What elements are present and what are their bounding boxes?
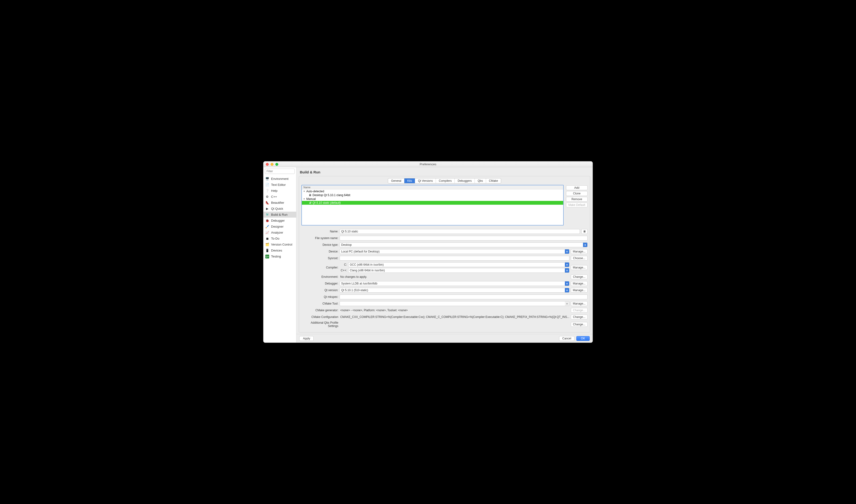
sidebar-item-label: Devices — [271, 249, 282, 252]
qt-version-select[interactable]: Qt 5.10.1 (510-static) — [340, 288, 569, 293]
filter-input[interactable] — [265, 169, 295, 174]
kit-form: Name: Qt 5.10 static 🖥 File system name:… — [299, 226, 590, 332]
qtquick-icon: ▶ — [265, 207, 269, 211]
device-type-select[interactable]: Desktop — [340, 242, 588, 247]
cmake-tool-select[interactable] — [340, 301, 569, 306]
sidebar-item-designer[interactable]: 🖌️Designer — [264, 223, 296, 230]
sidebar-item-build-run[interactable]: ⚒Build & Run — [264, 212, 296, 218]
tree-group-manual[interactable]: ▼ Manual — [302, 197, 563, 201]
tree-label: Qt 5.10 static (default) — [313, 201, 341, 204]
window-controls — [266, 163, 278, 166]
name-label: Name: — [301, 230, 340, 233]
filter-wrap — [264, 167, 296, 175]
sidebar-item-label: Build & Run — [271, 213, 288, 216]
cpp-icon: ⚙ — [265, 195, 269, 199]
tab-kits[interactable]: Kits — [404, 178, 415, 183]
sidebar-item-todo[interactable]: ◼To-Do — [264, 235, 296, 241]
clone-button[interactable]: Clone — [566, 191, 588, 196]
debugger-manage-button[interactable]: Manage... — [571, 281, 588, 286]
tree-item-manual-kit[interactable]: 🖥 Qt 5.10 static (default) — [302, 201, 563, 205]
qbs-change-button[interactable]: Change... — [571, 322, 588, 327]
help-icon: ❔ — [265, 189, 269, 193]
tree-label: Desktop Qt 5.10.1 clang 64bit — [313, 194, 350, 197]
cmake-tool-manage-button[interactable]: Manage... — [571, 301, 588, 306]
tab-qt-versions[interactable]: Qt Versions — [415, 178, 436, 183]
tree-group-autodetected[interactable]: ▼ Auto-detected — [302, 190, 563, 193]
sidebar-item-qtquick[interactable]: ▶Qt Quick — [264, 206, 296, 212]
sidebar-item-label: Qt Quick — [271, 207, 283, 211]
sidebar-item-label: Analyzer — [271, 231, 283, 234]
tab-debuggers[interactable]: Debuggers — [455, 178, 475, 183]
sidebar-item-label: C++ — [271, 195, 277, 198]
sidebar-item-label: Debugger — [271, 219, 285, 222]
compiler-group: C: GCC (x86 64bit in /usr/bin) C++: Clan… — [340, 262, 569, 273]
close-icon[interactable] — [266, 163, 269, 166]
sidebar-item-testing[interactable]: QATesting — [264, 253, 296, 259]
tree-label: Auto-detected — [306, 190, 324, 193]
zoom-icon[interactable] — [275, 163, 278, 166]
sidebar-item-cpp[interactable]: ⚙C++ — [264, 194, 296, 200]
sidebar-item-environment[interactable]: 🖥️Environment — [264, 176, 296, 182]
sidebar-item-label: Help — [271, 189, 278, 193]
chevron-updown-icon — [583, 243, 587, 247]
tab-segment: General Kits Qt Versions Compilers Debug… — [388, 178, 501, 183]
monitor-icon: 🖥️ — [265, 177, 269, 181]
tree-item-autodetected-kit[interactable]: 🖥 Desktop Qt 5.10.1 clang 64bit — [302, 193, 563, 197]
debugger-select[interactable]: System LLDB at /usr/bin/lldb — [340, 281, 569, 286]
name-field[interactable]: Qt 5.10 static — [340, 229, 580, 234]
document-icon: 📄 — [265, 183, 269, 187]
sidebar-item-help[interactable]: ❔Help — [264, 188, 296, 194]
sidebar-item-version-control[interactable]: 🗂️Version Control — [264, 241, 296, 248]
qt-version-label: Qt version: — [301, 289, 340, 292]
minimize-icon[interactable] — [271, 163, 273, 166]
tab-cmake[interactable]: CMake — [486, 178, 501, 183]
cmake-gen-change-button: Change... — [571, 308, 588, 313]
tab-general[interactable]: General — [388, 178, 404, 183]
compiler-cxx-label: C++: — [340, 269, 347, 272]
env-change-button[interactable]: Change... — [571, 274, 588, 279]
fsname-field[interactable] — [340, 236, 588, 240]
cmake-gen-label: CMake generator: — [301, 309, 340, 312]
env-value: No changes to apply. — [340, 275, 569, 278]
sidebar-item-beautifier[interactable]: 👠Beautifier — [264, 200, 296, 206]
compiler-manage-button[interactable]: Manage... — [571, 265, 588, 270]
kits-area: Name ▼ Auto-detected 🖥 Desktop Qt 5.10.1… — [299, 185, 590, 226]
sidebar-item-label: Text Editor — [271, 183, 286, 186]
kit-icon-button[interactable]: 🖥 — [581, 229, 588, 234]
todo-icon: ◼ — [265, 237, 269, 240]
sidebar-item-debugger[interactable]: 🐞Debugger — [264, 218, 296, 223]
tab-qbs[interactable]: Qbs — [475, 178, 486, 183]
content-panel: General Kits Qt Versions Compilers Debug… — [299, 176, 590, 332]
mkspec-label: Qt mkspec: — [301, 295, 340, 299]
analyzer-icon: 📈 — [265, 231, 269, 235]
cmake-conf-change-button[interactable]: Change... — [571, 314, 588, 319]
kits-buttons: Add Clone Remove Make Default — [566, 185, 588, 226]
compiler-c-select[interactable]: GCC (x86 64bit in /usr/bin) — [348, 262, 569, 267]
chevron-updown-icon — [565, 288, 569, 292]
compiler-c-label: C: — [340, 263, 347, 266]
device-select[interactable]: Local PC (default for Desktop) — [340, 249, 569, 254]
mkspec-field[interactable] — [340, 294, 588, 299]
apply-button[interactable]: Apply — [299, 336, 314, 341]
desktop-icon: 🖥 — [308, 194, 311, 197]
qt-version-manage-button[interactable]: Manage... — [571, 288, 588, 293]
sidebar-item-text-editor[interactable]: 📄Text Editor — [264, 182, 296, 188]
disclosure-icon[interactable]: ▼ — [303, 190, 305, 193]
disclosure-icon[interactable]: ▼ — [303, 198, 305, 200]
sidebar-item-devices[interactable]: 📱Devices — [264, 248, 296, 253]
vcs-icon: 🗂️ — [265, 243, 269, 247]
remove-button[interactable]: Remove — [566, 197, 588, 202]
device-manage-button[interactable]: Manage... — [571, 249, 588, 254]
sysroot-choose-button[interactable]: Choose... — [571, 256, 588, 260]
cancel-button[interactable]: Cancel — [559, 336, 574, 341]
sidebar-item-analyzer[interactable]: 📈Analyzer — [264, 230, 296, 235]
bug-icon: 🐞 — [265, 219, 269, 222]
tab-compilers[interactable]: Compilers — [436, 178, 455, 183]
add-button[interactable]: Add — [566, 185, 588, 190]
tree-label: Manual — [306, 197, 316, 201]
chevron-updown-icon — [565, 249, 569, 254]
sysroot-field[interactable] — [340, 256, 569, 260]
ok-button[interactable]: OK — [576, 336, 590, 341]
kits-tree[interactable]: Name ▼ Auto-detected 🖥 Desktop Qt 5.10.1… — [301, 185, 564, 226]
compiler-cxx-select[interactable]: Clang (x86 64bit in /usr/bin) — [348, 268, 569, 273]
